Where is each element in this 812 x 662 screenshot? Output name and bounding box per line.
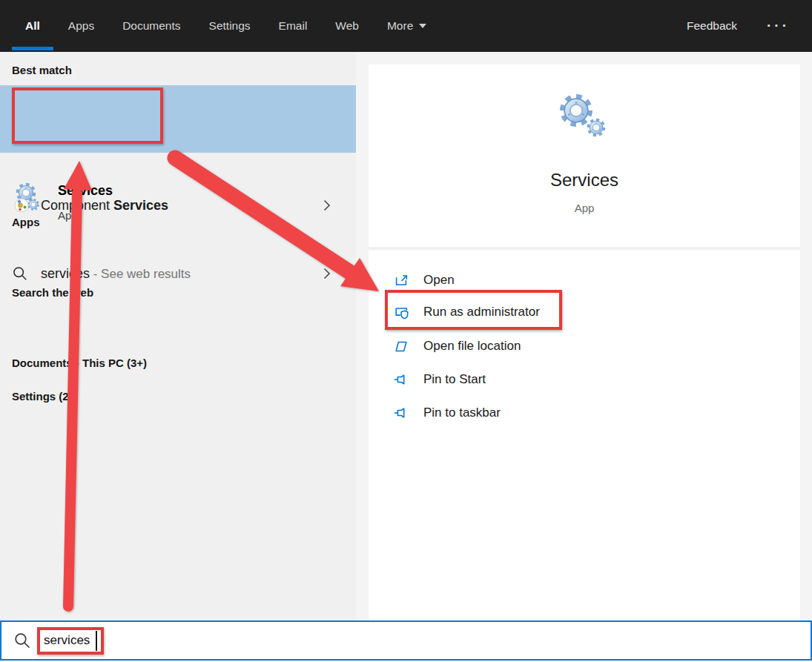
active-tab-indicator: [12, 47, 53, 50]
action-run-as-administrator[interactable]: Run as administrator: [393, 302, 630, 322]
preview-app-title: Services: [369, 170, 800, 191]
text-caret: [96, 631, 97, 651]
action-label: Open: [423, 273, 455, 288]
tab-web[interactable]: Web: [335, 19, 359, 33]
best-match-result-services[interactable]: Services App: [0, 85, 356, 153]
open-icon: [393, 272, 409, 288]
taskbar-search-box[interactable]: [0, 620, 812, 661]
chevron-right-icon[interactable]: [323, 268, 331, 279]
result-web-search[interactable]: services - See web results: [0, 256, 356, 291]
action-open-file-location[interactable]: Open file location: [393, 336, 630, 357]
tab-apps[interactable]: Apps: [68, 19, 94, 33]
pin-icon: [393, 405, 409, 421]
result-component-services[interactable]: Component Services: [0, 188, 356, 222]
tab-all[interactable]: All: [25, 19, 40, 33]
preview-divider: [369, 247, 800, 250]
more-label: More: [387, 19, 413, 33]
overflow-menu-icon[interactable]: ···: [767, 18, 790, 34]
action-label: Run as administrator: [423, 305, 540, 320]
component-services-icon: [13, 197, 30, 214]
tab-email[interactable]: Email: [279, 19, 308, 33]
action-pin-to-start[interactable]: Pin to Start: [393, 369, 630, 390]
feedback-button[interactable]: Feedback: [687, 19, 737, 33]
action-pin-to-taskbar[interactable]: Pin to taskbar: [393, 403, 630, 423]
search-icon: [13, 632, 31, 649]
tab-documents[interactable]: Documents: [122, 19, 180, 33]
preview-app-type: App: [369, 202, 800, 214]
search-input[interactable]: [44, 633, 96, 648]
pin-icon: [393, 371, 409, 388]
action-open[interactable]: Open: [393, 270, 630, 291]
chevron-right-icon[interactable]: [323, 199, 331, 211]
result-label: Component Services: [41, 198, 168, 214]
action-label: Open file location: [423, 339, 521, 354]
run-as-admin-shield-icon: [393, 304, 409, 320]
tab-settings[interactable]: Settings: [209, 19, 251, 33]
settings-header[interactable]: Settings (2): [12, 390, 73, 403]
chevron-down-icon: [419, 24, 426, 28]
search-icon: [12, 265, 28, 282]
action-label: Pin to Start: [423, 372, 486, 387]
action-label: Pin to taskbar: [423, 406, 501, 420]
documents-header[interactable]: Documents - This PC (3+): [12, 357, 147, 369]
folder-location-icon: [393, 338, 409, 354]
windows-search-flyout: All Apps Documents Settings Email Web Mo…: [0, 0, 812, 662]
result-label: services - See web results: [41, 266, 191, 282]
search-filter-bar: All Apps Documents Settings Email Web Mo…: [0, 0, 812, 52]
tab-more[interactable]: More: [387, 19, 426, 33]
services-gears-icon: [558, 92, 610, 144]
best-match-header: Best match: [12, 64, 72, 76]
